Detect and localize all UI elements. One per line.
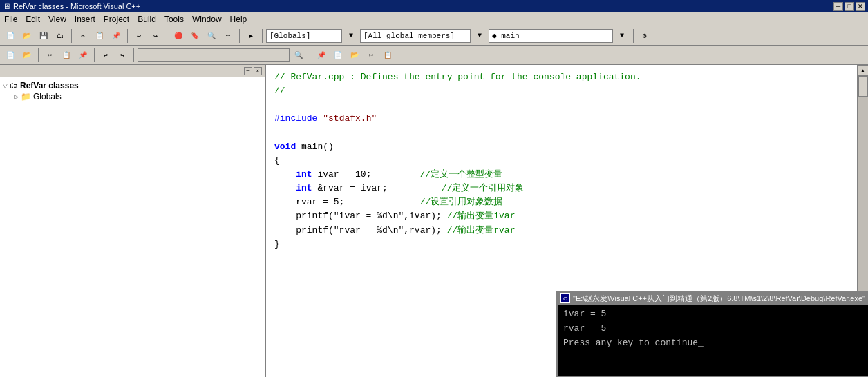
bookmark-button[interactable]: 🔖	[187, 28, 202, 44]
app-icon: 🖥	[3, 2, 10, 10]
tb2-sep4	[310, 48, 310, 62]
app-title: RefVar classes - Microsoft Visual C++	[13, 2, 140, 10]
tree-root[interactable]: ▽ 🗂 RefVar classes	[3, 80, 262, 91]
copy-button[interactable]: 📋	[92, 28, 107, 44]
tree-collapse-icon: ▽	[3, 82, 8, 89]
open-file-btn[interactable]: 📂	[19, 48, 35, 63]
breakpoint-button[interactable]: 🔴	[171, 28, 186, 44]
cut-btn3[interactable]: ✂	[364, 48, 379, 63]
bookmarks-btn[interactable]: 📌	[314, 48, 329, 63]
globals-folder-icon: 📁	[21, 92, 31, 102]
project-icon: 🗂	[10, 81, 18, 90]
console-line-2: rvar = 5	[563, 322, 868, 336]
menu-view[interactable]: View	[44, 13, 70, 26]
new-doc-btn[interactable]: 📄	[330, 48, 346, 63]
code-line-3	[274, 98, 849, 112]
find-button[interactable]: 🔍	[204, 28, 219, 44]
code-line-7: {	[274, 154, 849, 168]
panel-close[interactable]: ✕	[254, 67, 262, 75]
run-button[interactable]: ▶	[243, 28, 258, 44]
scroll-thumb[interactable]	[858, 76, 868, 97]
console-icon: C	[560, 293, 570, 303]
new-file-btn[interactable]: 📄	[3, 48, 18, 63]
code-line-2: //	[274, 84, 849, 98]
save-all-button[interactable]: 🗂	[53, 28, 68, 44]
redo-btn2[interactable]: ↪	[115, 48, 130, 63]
paste-btn2[interactable]: 📌	[75, 48, 91, 63]
console-title-text: "E:\赵永发\Visual C++从入门到精通（第2版）6.8\TM\s1\2…	[573, 293, 865, 304]
console-line-3: Press any key to continue_	[563, 336, 868, 351]
code-line-13: }	[274, 238, 849, 251]
toolbar-2: 📄 📂 ✂ 📋 📌 ↩ ↪ 🔍 📌 📄 📂 ✂ 📋	[0, 46, 868, 65]
sep-4	[239, 29, 240, 43]
cut-button[interactable]: ✂	[75, 28, 91, 44]
menu-edit[interactable]: Edit	[21, 13, 44, 26]
title-bar-controls: ─ □ ✕	[833, 2, 865, 11]
console-content: ivar = 5 rvar = 5 Press any key to conti…	[558, 304, 868, 353]
tree-content: ▽ 🗂 RefVar classes ▷ 📁 Globals	[0, 77, 265, 105]
code-line-1: // RefVar.cpp : Defines the entry point …	[274, 70, 849, 84]
tree-globals[interactable]: ▷ 📁 Globals	[3, 91, 262, 102]
open-button[interactable]: 📂	[19, 28, 35, 44]
code-line-5	[274, 126, 849, 140]
code-panel: // RefVar.cpp : Defines the entry point …	[266, 65, 868, 377]
code-line-9: int &rvar = ivar; //定义一个引用对象	[274, 182, 849, 195]
members-dropdown[interactable]: [All global members]	[360, 29, 471, 43]
paste-button[interactable]: 📌	[108, 28, 124, 44]
menu-help[interactable]: Help	[226, 13, 252, 26]
open-dir-btn[interactable]: 📂	[347, 48, 362, 63]
title-bar: 🖥 RefVar classes - Microsoft Visual C++ …	[0, 0, 868, 12]
debug-button[interactable]: ⚙	[637, 28, 652, 44]
panel-controls: ─ ✕	[244, 67, 262, 75]
title-bar-left: 🖥 RefVar classes - Microsoft Visual C++	[3, 2, 140, 10]
new-button[interactable]: 📄	[3, 28, 18, 44]
class-dropdown[interactable]: [Globals]	[266, 29, 342, 43]
main-area: ─ ✕ ▽ 🗂 RefVar classes ▷ 📁 Globals // R	[0, 65, 868, 377]
sep-5	[262, 29, 263, 43]
class-dropdown-arrow[interactable]: ▼	[343, 28, 359, 44]
members-dropdown-arrow[interactable]: ▼	[472, 28, 487, 44]
panel-minimize[interactable]: ─	[244, 67, 252, 75]
tree-expand-icon: ▷	[14, 93, 19, 100]
close-button[interactable]: ✕	[856, 2, 865, 11]
code-line-4: #include "stdafx.h"	[274, 112, 849, 126]
console-title-left: C "E:\赵永发\Visual C++从入门到精通（第2版）6.8\TM\s1…	[560, 293, 865, 304]
replace-button[interactable]: ↔	[220, 28, 236, 44]
function-dropdown[interactable]: ◆ main	[489, 29, 613, 43]
code-line-6: void main()	[274, 140, 849, 154]
menu-file[interactable]: File	[0, 13, 21, 26]
tree-root-label: RefVar classes	[20, 81, 79, 90]
maximize-button[interactable]: □	[845, 2, 854, 11]
console-window: C "E:\赵永发\Visual C++从入门到精通（第2版）6.8\TM\s1…	[556, 291, 868, 377]
function-dropdown-arrow[interactable]: ▼	[614, 28, 630, 44]
sep-6	[633, 29, 634, 43]
cut-btn2[interactable]: ✂	[42, 48, 57, 63]
menu-window[interactable]: Window	[188, 13, 226, 26]
tb2-sep3	[133, 48, 134, 62]
scroll-up-btn[interactable]: ▲	[858, 65, 869, 76]
code-line-8: int ivar = 10; //定义一个整型变量	[274, 168, 849, 182]
undo-button[interactable]: ↩	[131, 28, 147, 44]
sep-1	[71, 29, 72, 43]
code-line-10: rvar = 5; //设置引用对象数据	[274, 195, 849, 209]
tb2-sep2	[94, 48, 95, 62]
menu-project[interactable]: Project	[100, 13, 133, 26]
search-go-btn[interactable]: 🔍	[291, 48, 306, 63]
menu-build[interactable]: Build	[133, 13, 160, 26]
copy-btn2[interactable]: 📋	[59, 48, 74, 63]
save-button[interactable]: 💾	[36, 28, 51, 44]
console-titlebar: C "E:\赵永发\Visual C++从入门到精通（第2版）6.8\TM\s1…	[558, 292, 868, 304]
toolbar-1: 📄 📂 💾 🗂 ✂ 📋 📌 ↩ ↪ 🔴 🔖 🔍 ↔ ▶ [Globals] ▼ …	[0, 26, 868, 46]
menu-insert[interactable]: Insert	[70, 13, 100, 26]
minimize-button[interactable]: ─	[833, 2, 843, 11]
redo-button[interactable]: ↪	[148, 28, 163, 44]
search-dropdown[interactable]	[138, 48, 290, 62]
copy-btn3[interactable]: 📋	[380, 48, 395, 63]
menu-tools[interactable]: Tools	[160, 13, 188, 26]
console-line-1: ivar = 5	[563, 307, 868, 322]
tree-globals-label: Globals	[33, 92, 62, 102]
left-panel: ─ ✕ ▽ 🗂 RefVar classes ▷ 📁 Globals	[0, 65, 266, 377]
undo-btn2[interactable]: ↩	[98, 48, 113, 63]
left-panel-header: ─ ✕	[0, 65, 265, 77]
code-line-12: printf("rvar = %d\n",rvar); //输出变量rvar	[274, 224, 849, 238]
